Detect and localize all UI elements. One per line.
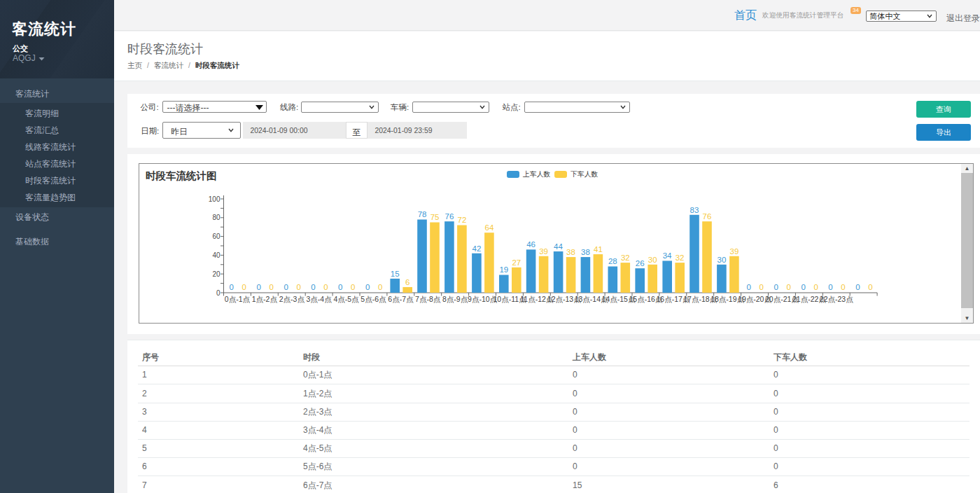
svg-text:78: 78 xyxy=(418,210,427,218)
svg-text:80: 80 xyxy=(212,214,220,221)
svg-text:39: 39 xyxy=(730,247,739,256)
svg-text:28: 28 xyxy=(608,257,617,265)
svg-text:0: 0 xyxy=(747,283,751,291)
svg-text:76: 76 xyxy=(703,212,712,221)
svg-text:38: 38 xyxy=(581,248,590,256)
svg-text:0: 0 xyxy=(774,283,778,291)
svg-text:30: 30 xyxy=(718,256,727,264)
svg-text:0: 0 xyxy=(868,283,872,291)
svg-text:38: 38 xyxy=(566,248,575,256)
svg-text:46: 46 xyxy=(526,240,536,249)
svg-text:64: 64 xyxy=(485,223,494,232)
svg-text:0: 0 xyxy=(242,283,246,291)
svg-text:34: 34 xyxy=(663,251,672,260)
svg-text:44: 44 xyxy=(554,242,563,251)
svg-text:40: 40 xyxy=(212,251,220,259)
svg-text:0点-1点: 0点-1点 xyxy=(225,295,251,303)
svg-text:6点-7点: 6点-7点 xyxy=(388,295,414,303)
svg-text:0: 0 xyxy=(760,283,764,291)
svg-text:0: 0 xyxy=(338,283,342,291)
svg-text:100: 100 xyxy=(209,195,220,203)
svg-text:60: 60 xyxy=(212,232,220,240)
svg-text:72: 72 xyxy=(458,216,467,224)
svg-text:0: 0 xyxy=(855,283,860,291)
svg-text:0: 0 xyxy=(269,283,273,291)
svg-text:8点-9点: 8点-9点 xyxy=(442,295,468,303)
svg-text:26: 26 xyxy=(636,259,645,268)
svg-text:30: 30 xyxy=(648,256,657,264)
svg-text:41: 41 xyxy=(594,245,603,254)
svg-text:75: 75 xyxy=(430,213,440,221)
svg-text:2点-3点: 2点-3点 xyxy=(279,295,305,303)
svg-text:7点-8点: 7点-8点 xyxy=(415,295,441,303)
svg-text:0: 0 xyxy=(296,283,300,291)
svg-text:39: 39 xyxy=(539,247,548,256)
svg-text:0: 0 xyxy=(828,283,832,291)
svg-text:0: 0 xyxy=(351,283,355,291)
svg-text:27: 27 xyxy=(512,258,521,267)
svg-text:0: 0 xyxy=(813,283,818,291)
svg-text:19: 19 xyxy=(499,265,508,274)
svg-text:0: 0 xyxy=(841,283,845,291)
svg-text:4点-5点: 4点-5点 xyxy=(333,295,359,303)
svg-text:6: 6 xyxy=(405,278,410,286)
svg-text:0: 0 xyxy=(801,283,805,291)
svg-text:0: 0 xyxy=(311,283,315,291)
svg-text:15: 15 xyxy=(391,270,400,278)
svg-text:0: 0 xyxy=(256,283,260,291)
svg-text:0: 0 xyxy=(365,283,370,291)
svg-text:42: 42 xyxy=(472,244,482,253)
svg-text:5点-6点: 5点-6点 xyxy=(360,295,386,303)
svg-text:0: 0 xyxy=(786,283,790,291)
svg-text:20: 20 xyxy=(212,270,220,278)
svg-text:3点-4点: 3点-4点 xyxy=(307,295,332,303)
svg-text:0: 0 xyxy=(323,283,328,291)
svg-text:1点-2点: 1点-2点 xyxy=(252,295,278,303)
svg-text:0: 0 xyxy=(216,289,220,297)
svg-text:22点-23点: 22点-23点 xyxy=(820,295,853,303)
svg-text:32: 32 xyxy=(676,254,685,262)
svg-text:32: 32 xyxy=(621,254,630,262)
svg-text:83: 83 xyxy=(690,206,699,214)
svg-text:0: 0 xyxy=(230,283,234,291)
svg-text:0: 0 xyxy=(378,283,382,291)
svg-text:76: 76 xyxy=(445,212,454,221)
svg-text:0: 0 xyxy=(284,283,288,291)
